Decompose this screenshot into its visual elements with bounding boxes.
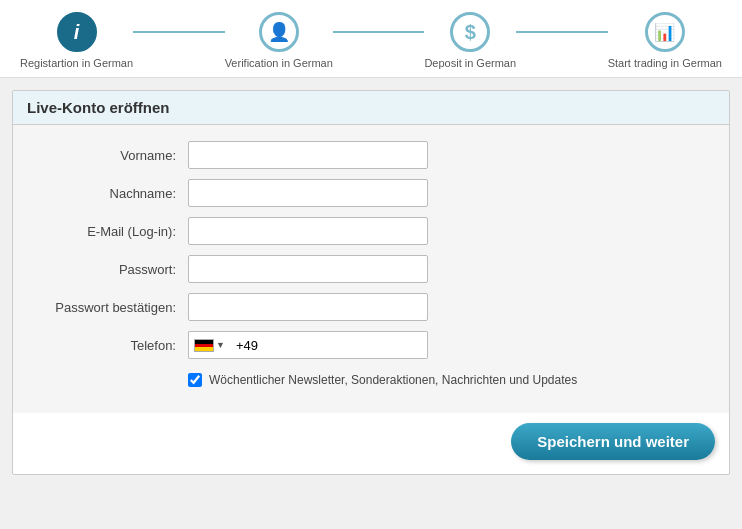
telefon-row: Telefon: ▼ xyxy=(33,331,709,359)
step-3-label: Deposit in German xyxy=(424,57,516,69)
telefon-label: Telefon: xyxy=(33,338,188,353)
form-card: Live-Konto eröffnen Vorname: Nachname: E… xyxy=(12,90,730,475)
chart-icon: 📊 xyxy=(654,22,675,43)
step-line-2 xyxy=(333,31,425,33)
user-icon: 👤 xyxy=(268,21,290,43)
step-line-3 xyxy=(516,31,608,33)
passwort-label: Passwort: xyxy=(33,262,188,277)
email-label: E-Mail (Log-in): xyxy=(33,224,188,239)
info-icon: i xyxy=(74,21,80,44)
step-2-circle: 👤 xyxy=(259,12,299,52)
step-registration: i Registartion in German xyxy=(20,12,133,69)
passwort-confirm-row: Passwort bestätigen: xyxy=(33,293,709,321)
passwort-row: Passwort: xyxy=(33,255,709,283)
flag-dropdown-arrow-icon: ▼ xyxy=(216,340,225,350)
vorname-row: Vorname: xyxy=(33,141,709,169)
dollar-icon: $ xyxy=(465,21,476,44)
step-deposit: $ Deposit in German xyxy=(424,12,516,69)
email-row: E-Mail (Log-in): xyxy=(33,217,709,245)
nachname-label: Nachname: xyxy=(33,186,188,201)
step-4-label: Start trading in German xyxy=(608,57,722,69)
step-4-circle: 📊 xyxy=(645,12,685,52)
passwort-input[interactable] xyxy=(188,255,428,283)
newsletter-label: Wöchentlicher Newsletter, Sonderaktionen… xyxy=(209,373,577,387)
nachname-input[interactable] xyxy=(188,179,428,207)
progress-bar: i Registartion in German 👤 Verification … xyxy=(0,0,742,78)
step-3-circle: $ xyxy=(450,12,490,52)
step-1-circle: i xyxy=(57,12,97,52)
phone-input-group: ▼ xyxy=(188,331,428,359)
button-row: Speichern und weiter xyxy=(13,413,729,474)
passwort-confirm-input[interactable] xyxy=(188,293,428,321)
newsletter-row: Wöchentlicher Newsletter, Sonderaktionen… xyxy=(188,373,709,387)
vorname-label: Vorname: xyxy=(33,148,188,163)
form-body: Vorname: Nachname: E-Mail (Log-in): Pass… xyxy=(13,125,729,413)
passwort-confirm-label: Passwort bestätigen: xyxy=(33,300,188,315)
steps-container: i Registartion in German 👤 Verification … xyxy=(20,12,722,69)
step-verification: 👤 Verification in German xyxy=(225,12,333,69)
country-code-selector[interactable]: ▼ xyxy=(188,331,230,359)
nachname-row: Nachname: xyxy=(33,179,709,207)
step-line-1 xyxy=(133,31,225,33)
step-1-label: Registartion in German xyxy=(20,57,133,69)
step-2-label: Verification in German xyxy=(225,57,333,69)
form-title: Live-Konto eröffnen xyxy=(13,91,729,125)
email-input[interactable] xyxy=(188,217,428,245)
step-trading: 📊 Start trading in German xyxy=(608,12,722,69)
save-button[interactable]: Speichern und weiter xyxy=(511,423,715,460)
telefon-input[interactable] xyxy=(230,331,428,359)
german-flag xyxy=(194,339,214,352)
newsletter-checkbox[interactable] xyxy=(188,373,202,387)
vorname-input[interactable] xyxy=(188,141,428,169)
